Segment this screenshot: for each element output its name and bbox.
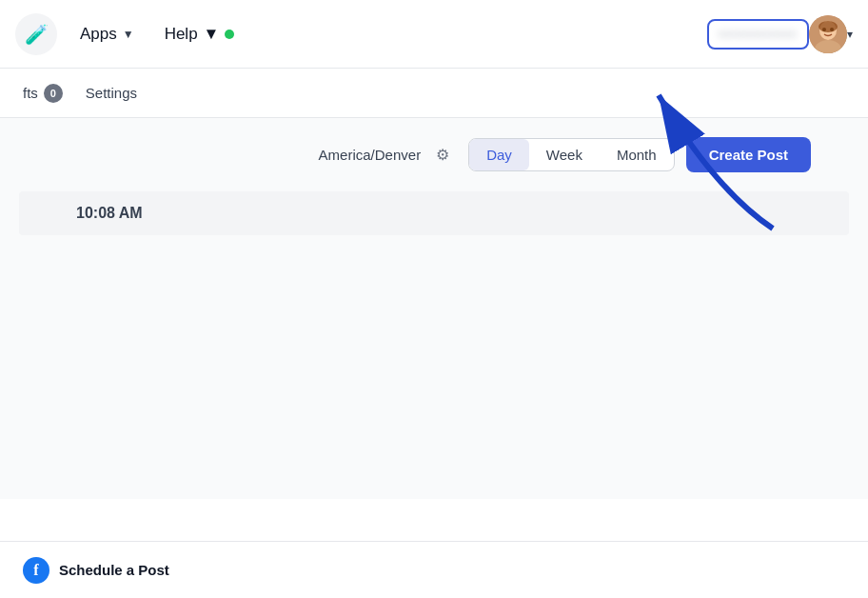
month-view-button[interactable]: Month xyxy=(600,139,674,170)
settings-gear-icon[interactable]: ⚙ xyxy=(436,146,449,164)
bottom-bar: f Schedule a Post xyxy=(0,541,868,598)
drafts-tab[interactable]: fts 0 xyxy=(15,80,70,107)
apps-chevron-icon: ▼ xyxy=(123,28,134,41)
sub-nav: fts 0 Settings xyxy=(0,69,868,118)
week-view-button[interactable]: Week xyxy=(529,139,600,170)
help-label: Help xyxy=(165,25,198,44)
time-label: 10:08 AM xyxy=(76,205,143,221)
help-status-dot xyxy=(225,30,234,39)
settings-tab[interactable]: Settings xyxy=(78,81,145,105)
day-view-button[interactable]: Day xyxy=(469,139,529,170)
timezone-label: America/Denver xyxy=(319,147,422,163)
account-email: •••••••••••• xyxy=(719,27,798,42)
account-button[interactable]: •••••••••••• xyxy=(707,19,809,50)
drafts-count: 0 xyxy=(44,84,63,103)
help-menu[interactable]: Help ▼ xyxy=(165,25,235,44)
logo-icon[interactable]: 🧪 xyxy=(15,13,57,55)
svg-point-5 xyxy=(819,21,838,32)
apps-menu[interactable]: Apps ▼ xyxy=(80,25,134,44)
settings-label: Settings xyxy=(86,85,137,101)
avatar[interactable] xyxy=(809,15,847,53)
main-content: America/Denver ⚙ Day Week Month Create P… xyxy=(0,118,868,499)
drafts-label: fts xyxy=(23,85,38,101)
apps-label: Apps xyxy=(80,25,117,44)
schedule-post-label: Schedule a Post xyxy=(59,562,169,578)
top-nav: 🧪 Apps ▼ Help ▼ •••••••••••• ▾ xyxy=(0,0,868,69)
time-row: 10:08 AM xyxy=(19,191,849,235)
avatar-image xyxy=(809,15,847,53)
facebook-icon: f xyxy=(23,557,49,584)
account-chevron-icon[interactable]: ▾ xyxy=(847,28,853,41)
help-chevron-icon: ▼ xyxy=(204,25,220,44)
view-toggle-group: Day Week Month xyxy=(468,138,674,171)
calendar-toolbar: America/Denver ⚙ Day Week Month Create P… xyxy=(0,118,868,191)
create-post-button[interactable]: Create Post xyxy=(686,137,811,172)
